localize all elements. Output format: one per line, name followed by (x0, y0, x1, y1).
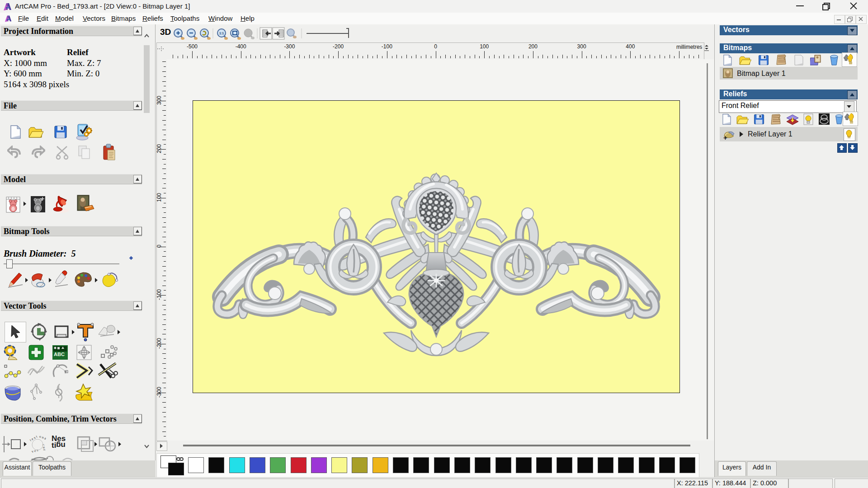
svg-text:1:1: 1:1 (219, 32, 224, 35)
svg-text:ABC: ABC (54, 352, 65, 357)
svg-text:v e s: v e s (31, 448, 39, 453)
